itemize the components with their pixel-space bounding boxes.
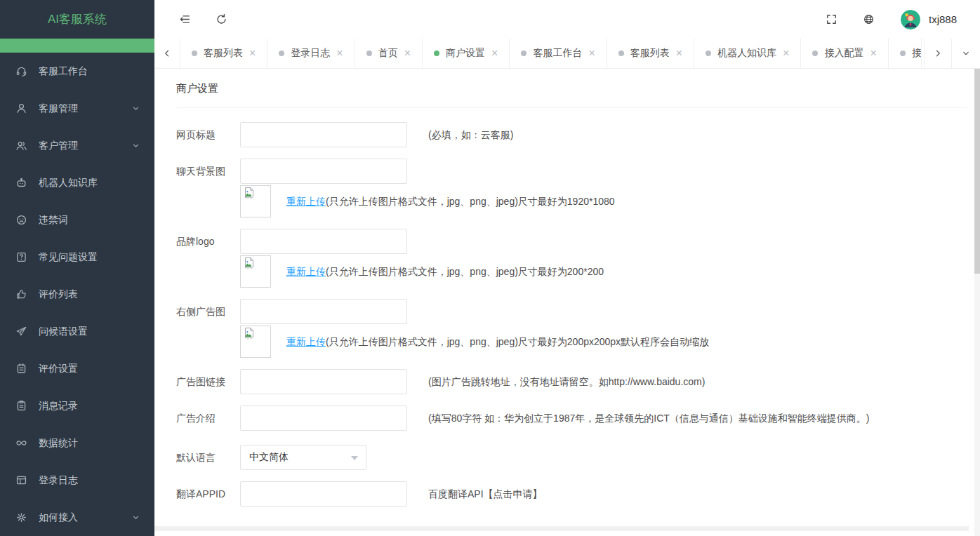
refresh-icon[interactable]	[216, 13, 227, 25]
tab-close-icon[interactable]: ×	[336, 48, 343, 59]
tab-access-partial[interactable]: 接×	[889, 39, 922, 68]
tab-close-icon[interactable]: ×	[588, 48, 595, 59]
tab-close-icon[interactable]: ×	[783, 48, 789, 59]
tabs-scroll-right-button[interactable]	[924, 39, 951, 68]
field-hint: 百度翻译API【点击申请】	[428, 481, 543, 507]
field-label: 翻译APPID	[176, 481, 240, 507]
default-language-select[interactable]: 中文简体	[240, 445, 366, 470]
sidebar-item-login-logs[interactable]: 登录日志	[0, 462, 154, 499]
chat-background-input[interactable]	[240, 159, 407, 184]
tab-label: 机器人知识库	[717, 47, 776, 60]
form-row-brand-logo: 品牌logo重新上传(只允许上传图片格式文件，jpg、png、jpeg)尺寸最好…	[176, 229, 974, 288]
reupload-link[interactable]: 重新上传	[286, 336, 326, 347]
faq-doc-icon	[15, 251, 27, 263]
tab-close-icon[interactable]: ×	[491, 48, 498, 59]
field-label: 聊天背景图	[176, 159, 240, 184]
tabs-more-button[interactable]	[951, 39, 980, 68]
sidebar-item-faq-settings[interactable]: 常见问题设置	[0, 239, 154, 276]
form-row-ad-description: 广告介绍(填写80字符 如：华为创立于1987年，是全球领先的ICT（信息与通信…	[176, 406, 974, 431]
tab-close-icon[interactable]: ×	[870, 48, 876, 59]
sidebar-item-service-workbench[interactable]: 客服工作台	[0, 53, 154, 90]
reupload-link[interactable]: 重新上传	[286, 196, 326, 207]
sad-face-icon	[15, 214, 27, 226]
sidebar-item-label: 登录日志	[39, 474, 140, 487]
language-globe-icon[interactable]	[863, 13, 875, 25]
brand-logo-input[interactable]	[240, 229, 407, 254]
right-ad-image-input[interactable]	[240, 299, 407, 324]
vertical-scrollbar-thumb[interactable]	[974, 69, 980, 274]
tab-status-dot	[192, 51, 197, 56]
ad-link-input[interactable]	[240, 369, 407, 394]
sidebar-menu: 客服工作台客服管理客户管理机器人知识库违禁词常见问题设置评价列表问候语设置评价设…	[0, 53, 154, 536]
vertical-scrollbar[interactable]	[974, 69, 980, 536]
tab-merchant-settings[interactable]: 商户设置×	[423, 39, 510, 68]
sidebar: AI客服系统 客服工作台客服管理客户管理机器人知识库违禁词常见问题设置评价列表问…	[0, 0, 154, 536]
tab-label: 客服列表	[204, 47, 243, 60]
sidebar-item-data-statistics[interactable]: 数据统计	[0, 424, 154, 462]
sidebar-item-greeting-settings[interactable]: 问候语设置	[0, 313, 154, 350]
username[interactable]: txj888	[929, 13, 957, 25]
field-hint: (必填，如：云客服)	[428, 122, 513, 147]
chevron-down-icon	[131, 104, 140, 113]
tab-login-logs[interactable]: 登录日志×	[267, 39, 355, 68]
fullscreen-icon[interactable]	[826, 13, 837, 25]
chevron-left-icon	[162, 48, 172, 58]
field-label: 默认语言	[176, 445, 240, 470]
avatar[interactable]	[901, 10, 920, 29]
sidebar-item-message-records[interactable]: 消息记录	[0, 387, 154, 424]
tab-service-list-1[interactable]: 客服列表×	[180, 39, 267, 68]
sidebar-item-label: 机器人知识库	[39, 177, 140, 189]
form-row-translate-appid: 翻译APPID百度翻译API【点击申请】	[176, 481, 974, 507]
ad-description-input[interactable]	[240, 406, 407, 431]
form-row-ad-link: 广告图链接(图片广告跳转地址，没有地址请留空。如http://www.baidu…	[176, 369, 974, 394]
tab-status-dot	[900, 51, 906, 56]
tab-close-icon[interactable]: ×	[676, 48, 682, 59]
tab-status-dot	[366, 51, 372, 56]
image-preview-box	[240, 255, 271, 288]
sidebar-item-label: 客服管理	[39, 102, 131, 115]
reupload-link[interactable]: 重新上传	[286, 266, 326, 277]
field-hint: (只允许上传图片格式文件，jpg、png、jpeg)尺寸最好为200*200	[326, 266, 604, 277]
tab-access-config[interactable]: 接入配置×	[801, 39, 888, 68]
sidebar-item-label: 常见问题设置	[39, 251, 140, 264]
paper-plane-icon	[15, 326, 27, 337]
sidebar-item-banned-words[interactable]: 违禁词	[0, 201, 154, 239]
sidebar-item-robot-knowledge-base[interactable]: 机器人知识库	[0, 164, 154, 201]
tab-status-dot	[279, 51, 284, 56]
field-hint: (填写80字符 如：华为创立于1987年，是全球领先的ICT（信息与通信）基础设…	[428, 406, 869, 431]
form-row-right-ad-image: 右侧广告图重新上传(只允许上传图片格式文件，jpg、png、jpeg)尺寸最好为…	[176, 299, 974, 358]
select-value: 中文简体	[249, 451, 289, 464]
upload-hint: 重新上传(只允许上传图片格式文件，jpg、png、jpeg)尺寸最好为200px…	[286, 335, 709, 349]
tab-home[interactable]: 首页×	[355, 39, 423, 68]
form-row-default-language: 默认语言中文简体	[176, 445, 974, 470]
divider	[176, 107, 967, 108]
tab-service-list-2[interactable]: 客服列表×	[607, 39, 694, 68]
sidebar-item-review-settings[interactable]: 评价设置	[0, 350, 154, 387]
sidebar-item-customer-management[interactable]: 客户管理	[0, 127, 154, 164]
tab-status-dot	[434, 51, 439, 56]
tab-label: 接	[912, 47, 922, 60]
app-title: AI客服系统	[0, 0, 154, 39]
topbar: txj888	[154, 0, 980, 39]
sidebar-item-review-list[interactable]: 评价列表	[0, 276, 154, 313]
collapse-menu-icon[interactable]	[179, 13, 191, 25]
sidebar-item-agent-management[interactable]: 客服管理	[0, 90, 154, 127]
notebook-icon	[15, 363, 27, 375]
tab-label: 接入配置	[824, 47, 863, 60]
sidebar-item-how-to-connect[interactable]: 如何接入	[0, 499, 154, 536]
tab-service-workbench[interactable]: 客服工作台×	[510, 39, 607, 68]
chevron-down-icon	[961, 48, 971, 58]
tab-close-icon[interactable]: ×	[404, 48, 411, 59]
translate-appid-input[interactable]	[240, 481, 407, 507]
clipboard-icon	[15, 400, 27, 412]
field-hint: (只允许上传图片格式文件，jpg、png、jpeg)尺寸最好为1920*1080	[326, 196, 615, 207]
horizontal-scrollbar[interactable]	[154, 526, 969, 531]
sidebar-item-label: 客服工作台	[39, 65, 140, 78]
tab-robot-knowledge-base[interactable]: 机器人知识库×	[694, 39, 801, 68]
field-label: 广告图链接	[176, 369, 240, 394]
sidebar-item-label: 违禁词	[39, 214, 140, 227]
site-title-input[interactable]	[240, 122, 407, 147]
tabs-scroll-left-button[interactable]	[154, 39, 180, 68]
tab-close-icon[interactable]: ×	[249, 48, 256, 59]
broken-image-icon	[242, 257, 256, 271]
